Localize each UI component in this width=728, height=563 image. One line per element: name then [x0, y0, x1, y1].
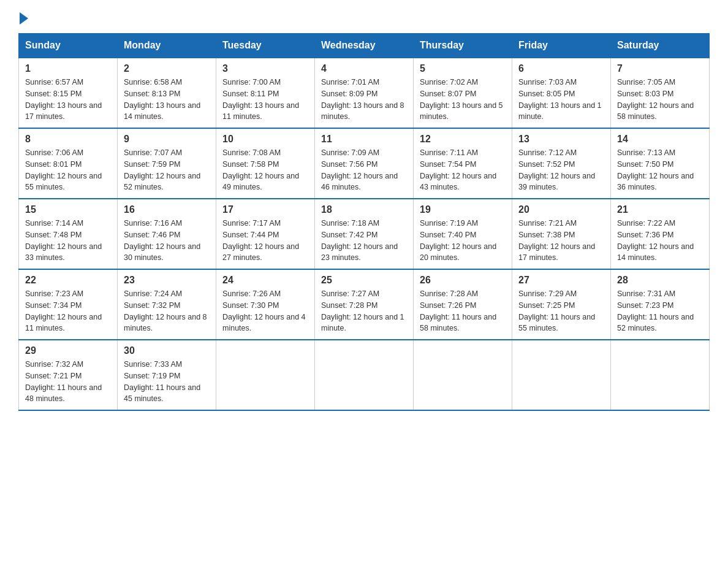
- calendar-cell-19: 19Sunrise: 7:19 AMSunset: 7:40 PMDayligh…: [414, 199, 512, 269]
- calendar-cell-13: 13Sunrise: 7:12 AMSunset: 7:52 PMDayligh…: [512, 128, 611, 199]
- day-header-thursday: Thursday: [414, 34, 512, 58]
- day-info: Sunrise: 7:02 AMSunset: 8:07 PMDaylight:…: [420, 77, 506, 123]
- day-info: Sunrise: 7:12 AMSunset: 7:52 PMDaylight:…: [518, 147, 604, 193]
- day-info: Sunrise: 7:32 AMSunset: 7:21 PMDaylight:…: [25, 359, 111, 405]
- day-info: Sunrise: 7:03 AMSunset: 8:05 PMDaylight:…: [518, 77, 604, 123]
- week-row-5: 29Sunrise: 7:32 AMSunset: 7:21 PMDayligh…: [19, 340, 710, 410]
- calendar-cell-20: 20Sunrise: 7:21 AMSunset: 7:38 PMDayligh…: [512, 199, 611, 269]
- day-number: 21: [617, 204, 703, 215]
- calendar-table: SundayMondayTuesdayWednesdayThursdayFrid…: [18, 33, 710, 411]
- calendar-cell-21: 21Sunrise: 7:22 AMSunset: 7:36 PMDayligh…: [611, 199, 710, 269]
- day-number: 22: [25, 275, 111, 286]
- calendar-cell-30: 30Sunrise: 7:33 AMSunset: 7:19 PMDayligh…: [118, 340, 216, 410]
- calendar-cell-29: 29Sunrise: 7:32 AMSunset: 7:21 PMDayligh…: [19, 340, 118, 410]
- calendar-cell-14: 14Sunrise: 7:13 AMSunset: 7:50 PMDayligh…: [611, 128, 710, 199]
- day-number: 25: [321, 275, 407, 286]
- calendar-cell-8: 8Sunrise: 7:06 AMSunset: 8:01 PMDaylight…: [19, 128, 118, 199]
- logo: [18, 12, 28, 21]
- day-number: 23: [124, 275, 210, 286]
- calendar-cell-empty: [611, 340, 710, 410]
- day-number: 17: [222, 204, 308, 215]
- day-header-friday: Friday: [512, 34, 611, 58]
- day-number: 16: [124, 204, 210, 215]
- day-number: 28: [617, 275, 703, 286]
- calendar-cell-9: 9Sunrise: 7:07 AMSunset: 7:59 PMDaylight…: [118, 128, 216, 199]
- day-number: 15: [25, 204, 111, 215]
- day-number: 30: [124, 345, 210, 356]
- day-info: Sunrise: 7:01 AMSunset: 8:09 PMDaylight:…: [321, 77, 407, 123]
- day-info: Sunrise: 7:26 AMSunset: 7:30 PMDaylight:…: [222, 288, 308, 334]
- day-number: 29: [25, 345, 111, 356]
- day-info: Sunrise: 6:57 AMSunset: 8:15 PMDaylight:…: [25, 77, 111, 123]
- calendar-cell-5: 5Sunrise: 7:02 AMSunset: 8:07 PMDaylight…: [414, 58, 512, 128]
- calendar-cell-empty: [315, 340, 414, 410]
- calendar-cell-25: 25Sunrise: 7:27 AMSunset: 7:28 PMDayligh…: [315, 269, 414, 340]
- calendar-cell-11: 11Sunrise: 7:09 AMSunset: 7:56 PMDayligh…: [315, 128, 414, 199]
- calendar-cell-15: 15Sunrise: 7:14 AMSunset: 7:48 PMDayligh…: [19, 199, 118, 269]
- calendar-cell-10: 10Sunrise: 7:08 AMSunset: 7:58 PMDayligh…: [216, 128, 315, 199]
- day-header-monday: Monday: [118, 34, 216, 58]
- calendar-cell-12: 12Sunrise: 7:11 AMSunset: 7:54 PMDayligh…: [414, 128, 512, 199]
- day-info: Sunrise: 7:27 AMSunset: 7:28 PMDaylight:…: [321, 288, 407, 334]
- calendar-cell-17: 17Sunrise: 7:17 AMSunset: 7:44 PMDayligh…: [216, 199, 315, 269]
- day-number: 24: [222, 275, 308, 286]
- week-row-2: 8Sunrise: 7:06 AMSunset: 8:01 PMDaylight…: [19, 128, 710, 199]
- day-header-saturday: Saturday: [611, 34, 710, 58]
- week-row-1: 1Sunrise: 6:57 AMSunset: 8:15 PMDaylight…: [19, 58, 710, 128]
- day-number: 8: [25, 134, 111, 145]
- day-info: Sunrise: 6:58 AMSunset: 8:13 PMDaylight:…: [124, 77, 210, 123]
- day-info: Sunrise: 7:31 AMSunset: 7:23 PMDaylight:…: [617, 288, 703, 334]
- day-number: 14: [617, 134, 703, 145]
- day-header-wednesday: Wednesday: [315, 34, 414, 58]
- day-info: Sunrise: 7:14 AMSunset: 7:48 PMDaylight:…: [25, 218, 111, 264]
- day-number: 4: [321, 63, 407, 74]
- day-info: Sunrise: 7:09 AMSunset: 7:56 PMDaylight:…: [321, 147, 407, 193]
- calendar-cell-6: 6Sunrise: 7:03 AMSunset: 8:05 PMDaylight…: [512, 58, 611, 128]
- day-info: Sunrise: 7:23 AMSunset: 7:34 PMDaylight:…: [25, 288, 111, 334]
- day-info: Sunrise: 7:16 AMSunset: 7:46 PMDaylight:…: [124, 218, 210, 264]
- day-info: Sunrise: 7:13 AMSunset: 7:50 PMDaylight:…: [617, 147, 703, 193]
- day-info: Sunrise: 7:08 AMSunset: 7:58 PMDaylight:…: [222, 147, 308, 193]
- calendar-cell-3: 3Sunrise: 7:00 AMSunset: 8:11 PMDaylight…: [216, 58, 315, 128]
- day-number: 1: [25, 63, 111, 74]
- calendar-cell-24: 24Sunrise: 7:26 AMSunset: 7:30 PMDayligh…: [216, 269, 315, 340]
- day-number: 19: [420, 204, 506, 215]
- day-info: Sunrise: 7:17 AMSunset: 7:44 PMDaylight:…: [222, 218, 308, 264]
- page-header: [18, 12, 710, 21]
- day-info: Sunrise: 7:29 AMSunset: 7:25 PMDaylight:…: [518, 288, 604, 334]
- calendar-cell-empty: [414, 340, 512, 410]
- calendar-cell-26: 26Sunrise: 7:28 AMSunset: 7:26 PMDayligh…: [414, 269, 512, 340]
- day-number: 9: [124, 134, 210, 145]
- day-number: 12: [420, 134, 506, 145]
- day-number: 13: [518, 134, 604, 145]
- days-header-row: SundayMondayTuesdayWednesdayThursdayFrid…: [19, 34, 710, 58]
- day-number: 11: [321, 134, 407, 145]
- day-info: Sunrise: 7:28 AMSunset: 7:26 PMDaylight:…: [420, 288, 506, 334]
- day-number: 18: [321, 204, 407, 215]
- week-row-3: 15Sunrise: 7:14 AMSunset: 7:48 PMDayligh…: [19, 199, 710, 269]
- day-info: Sunrise: 7:19 AMSunset: 7:40 PMDaylight:…: [420, 218, 506, 264]
- day-number: 6: [518, 63, 604, 74]
- day-info: Sunrise: 7:22 AMSunset: 7:36 PMDaylight:…: [617, 218, 703, 264]
- calendar-cell-empty: [216, 340, 315, 410]
- day-header-sunday: Sunday: [19, 34, 118, 58]
- day-header-tuesday: Tuesday: [216, 34, 315, 58]
- day-info: Sunrise: 7:33 AMSunset: 7:19 PMDaylight:…: [124, 359, 210, 405]
- calendar-cell-18: 18Sunrise: 7:18 AMSunset: 7:42 PMDayligh…: [315, 199, 414, 269]
- calendar-cell-2: 2Sunrise: 6:58 AMSunset: 8:13 PMDaylight…: [118, 58, 216, 128]
- day-number: 2: [124, 63, 210, 74]
- day-info: Sunrise: 7:21 AMSunset: 7:38 PMDaylight:…: [518, 218, 604, 264]
- week-row-4: 22Sunrise: 7:23 AMSunset: 7:34 PMDayligh…: [19, 269, 710, 340]
- calendar-cell-28: 28Sunrise: 7:31 AMSunset: 7:23 PMDayligh…: [611, 269, 710, 340]
- day-number: 5: [420, 63, 506, 74]
- calendar-cell-7: 7Sunrise: 7:05 AMSunset: 8:03 PMDaylight…: [611, 58, 710, 128]
- calendar-cell-1: 1Sunrise: 6:57 AMSunset: 8:15 PMDaylight…: [19, 58, 118, 128]
- day-number: 7: [617, 63, 703, 74]
- calendar-cell-22: 22Sunrise: 7:23 AMSunset: 7:34 PMDayligh…: [19, 269, 118, 340]
- day-info: Sunrise: 7:05 AMSunset: 8:03 PMDaylight:…: [617, 77, 703, 123]
- calendar-cell-empty: [512, 340, 611, 410]
- day-info: Sunrise: 7:00 AMSunset: 8:11 PMDaylight:…: [222, 77, 308, 123]
- day-info: Sunrise: 7:06 AMSunset: 8:01 PMDaylight:…: [25, 147, 111, 193]
- day-number: 10: [222, 134, 308, 145]
- day-number: 26: [420, 275, 506, 286]
